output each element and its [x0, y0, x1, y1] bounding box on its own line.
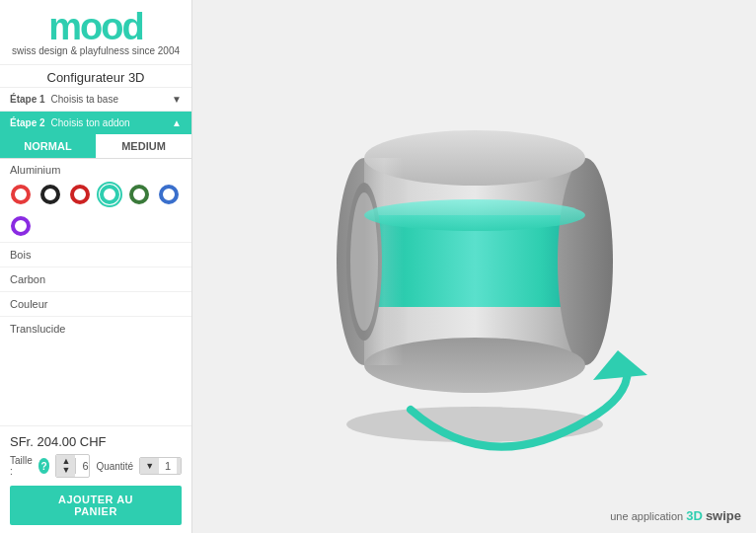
price-label: SFr. 204.00 CHF	[10, 434, 182, 449]
step-2-arrow: ▲	[172, 117, 182, 128]
svg-point-10	[364, 199, 585, 231]
step-2-label: Étape 2	[10, 117, 45, 128]
qty-increase-button[interactable]: ▲	[177, 458, 182, 474]
size-decrease-button[interactable]: ▲ ▼	[56, 455, 75, 477]
swatch-dark-red[interactable]	[67, 182, 93, 207]
size-quantity-row: Taille : ? ▲ ▼ 60 Quantité ▼ 1 ▲	[10, 454, 182, 478]
tab-medium[interactable]: MEDIUM	[96, 134, 191, 158]
attribution: une application 3D swipe	[610, 508, 741, 523]
svg-marker-11	[593, 350, 647, 380]
step-2-header[interactable]: Étape 2 Choisis ton addon ▲	[0, 111, 191, 134]
attribution-brand-swipe: swipe	[706, 508, 741, 523]
step-2-description: Choisis ton addon	[51, 117, 173, 128]
left-panel: mood swiss design & playfulness since 20…	[0, 0, 192, 533]
step-1-label: Étape 1	[10, 94, 45, 105]
attribution-brand-3d: 3D	[686, 508, 703, 523]
step-1-header[interactable]: Étape 1 Choisis ta base ▼	[0, 87, 191, 111]
swatch-red[interactable]	[8, 182, 34, 207]
swatch-blue[interactable]	[156, 182, 182, 207]
brand-tagline: swiss design & playfulness since 2004	[10, 45, 182, 56]
category-bois[interactable]: Bois	[0, 242, 191, 266]
swatch-cyan[interactable]	[97, 182, 122, 207]
step-1-arrow: ▼	[172, 94, 182, 105]
bottom-area: SFr. 204.00 CHF Taille : ? ▲ ▼ 60 Quanti…	[0, 425, 191, 533]
category-carbon[interactable]: Carbon	[0, 266, 191, 291]
size-tabs: NORMAL MEDIUM	[0, 134, 191, 159]
configurateur-title: Configurateur 3D	[0, 65, 191, 87]
attribution-prefix: une application	[610, 510, 683, 522]
ring-3d-view[interactable]	[248, 69, 702, 464]
brand-logo: mood	[10, 8, 182, 45]
category-couleur[interactable]: Couleur	[0, 291, 191, 316]
swatch-green[interactable]	[126, 182, 152, 207]
qty-decrease-button[interactable]: ▼	[140, 458, 159, 474]
quantity-control: ▼ 1 ▲	[139, 457, 182, 475]
add-to-cart-button[interactable]: AJOUTER AUPANIER	[10, 486, 182, 525]
swatch-purple[interactable]	[8, 213, 34, 239]
tab-normal[interactable]: NORMAL	[0, 134, 96, 158]
quantity-value: 1	[159, 458, 177, 474]
swatches-row	[0, 179, 191, 210]
size-label: Taille :	[10, 455, 33, 477]
category-translucide[interactable]: Translucide	[0, 316, 191, 341]
svg-rect-9	[364, 158, 404, 365]
main-area: une application 3D swipe	[192, 0, 756, 533]
step-1-description: Choisis ta base	[51, 94, 173, 105]
category-aluminium-label: Aluminium	[0, 159, 191, 179]
logo-area: mood swiss design & playfulness since 20…	[0, 0, 191, 65]
size-control: ▲ ▼ 60	[55, 454, 90, 478]
swatches-row-2	[0, 210, 191, 242]
quantity-label: Quantité	[96, 461, 133, 472]
size-info-icon[interactable]: ?	[38, 458, 50, 474]
svg-point-0	[346, 407, 603, 442]
size-value: 60	[75, 458, 90, 474]
svg-point-4	[558, 158, 613, 365]
swatch-black[interactable]	[38, 182, 63, 207]
